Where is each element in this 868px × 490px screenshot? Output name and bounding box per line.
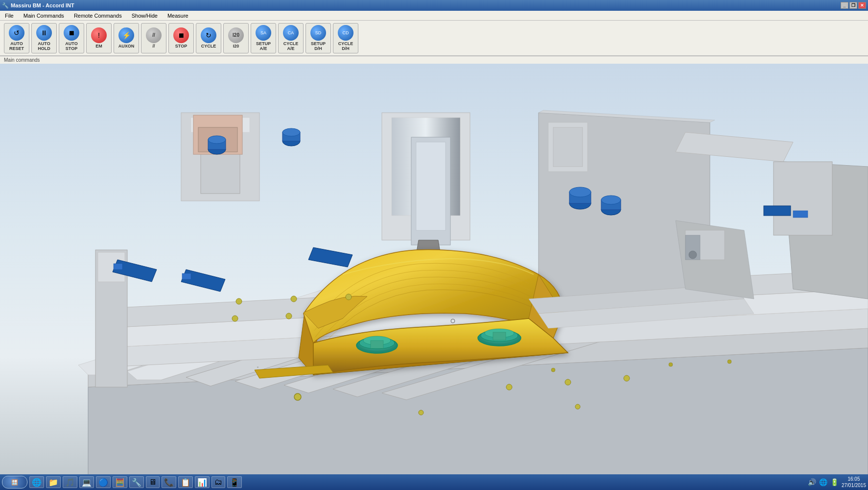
setup-ae-label: SETUPA/E (256, 42, 271, 51)
app4-icon: 📊 (197, 478, 207, 487)
btn-parallel[interactable]: // // (141, 23, 166, 53)
btn-cycle[interactable]: ↻ CYCLE (196, 23, 221, 53)
btn-cycle-ae[interactable]: CA CYCLEA/E (278, 23, 304, 53)
taskbar-app2[interactable]: 🖥 (146, 476, 160, 488)
taskbar-app1[interactable]: 🔧 (129, 476, 144, 488)
btn-setup-dh[interactable]: SD SETUPD/H (305, 23, 331, 53)
start-orb-icon: 🪟 (11, 479, 18, 486)
svg-rect-44 (553, 127, 583, 167)
btn-i20[interactable]: I20 I20 (223, 23, 249, 53)
taskbar-ie[interactable]: 🌐 (29, 476, 44, 488)
media-icon: 🎵 (65, 478, 75, 487)
svg-point-73 (419, 410, 423, 415)
auxon-icon: ⚡ (118, 27, 134, 43)
menu-remote-commands[interactable]: Remote Commands (71, 12, 125, 20)
svg-rect-89 (257, 367, 258, 368)
auto-reset-icon: ↺ (9, 25, 24, 41)
i20-icon: I20 (228, 27, 244, 43)
app5-icon: 🗂 (214, 478, 222, 487)
em-label: EM (95, 44, 102, 49)
cycle-ae-icon: CA (283, 25, 299, 41)
auto-stop-label: AUTOSTOP (65, 42, 77, 51)
3d-scene (0, 64, 868, 482)
svg-rect-36 (416, 142, 446, 230)
cycle-label: CYCLE (201, 44, 216, 49)
minimize-button[interactable]: _ (841, 2, 848, 9)
taskbar-app5[interactable]: 🗂 (211, 476, 225, 488)
taskbar-right: 🔊 🌐 🔋 16:05 27/01/2015 (808, 476, 866, 489)
svg-point-71 (565, 379, 571, 385)
menu-measure[interactable]: Measure (164, 12, 191, 20)
tray-icon-3[interactable]: 🔋 (830, 478, 839, 486)
start-button[interactable]: 🪟 (2, 476, 27, 489)
taskbar-calc[interactable]: 🧮 (113, 476, 127, 488)
setup-dh-icon: SD (310, 25, 326, 41)
tray-icon-2[interactable]: 🌐 (819, 478, 827, 486)
svg-point-69 (286, 313, 292, 319)
auto-hold-label: AUTOHOLD (38, 42, 50, 51)
svg-rect-54 (764, 206, 791, 216)
taskbar-media[interactable]: 🎵 (63, 476, 77, 488)
menu-show-hide[interactable]: Show/Hide (129, 12, 161, 20)
svg-point-74 (575, 404, 580, 409)
stop-icon: ⏹ (173, 27, 189, 43)
svg-point-47 (569, 187, 591, 197)
btn-auto-stop[interactable]: ⏹ AUTOSTOP (59, 23, 84, 53)
btn-auto-hold[interactable]: ⏸ AUTOHOLD (31, 23, 57, 53)
cycle-ae-label: CYCLEA/E (283, 42, 299, 51)
taskbar-app3[interactable]: 📋 (178, 476, 193, 488)
cycle-dh-label: CYCLED/H (338, 42, 353, 51)
app1-icon: 🔧 (132, 478, 141, 487)
svg-point-82 (294, 393, 301, 400)
svg-rect-90 (264, 368, 265, 369)
auto-hold-icon: ⏸ (36, 25, 52, 41)
taskbar-computer[interactable]: 💻 (79, 476, 94, 488)
btn-stop[interactable]: ⏹ STOP (168, 23, 194, 53)
svg-point-66 (291, 296, 297, 302)
btn-setup-ae[interactable]: SA SETUPA/E (251, 23, 276, 53)
titlebar: 🔧 Massiru BM - Accord INT _ ❐ ✕ (0, 0, 868, 11)
svg-rect-18 (114, 264, 122, 270)
restore-button[interactable]: ❐ (849, 2, 857, 9)
viewport[interactable]: Top (0, 64, 868, 482)
statusbar: Main commands (0, 56, 868, 64)
tray-icon-1[interactable]: 🔊 (808, 478, 816, 486)
auto-stop-icon: ⏹ (64, 25, 79, 41)
svg-rect-53 (774, 162, 832, 235)
btn-auxon[interactable]: ⚡ AUXON (114, 23, 139, 53)
em-icon: ! (91, 27, 107, 43)
titlebar-controls: _ ❐ ✕ (841, 2, 866, 9)
svg-point-50 (601, 196, 621, 204)
menu-file[interactable]: File (2, 12, 17, 20)
auto-reset-label: AUTORESET (9, 42, 24, 51)
menu-main-commands[interactable]: Main Commands (21, 12, 67, 20)
titlebar-left: 🔧 Massiru BM - Accord INT (2, 2, 74, 9)
svg-rect-83 (371, 341, 383, 348)
taskbar-folder[interactable]: 📁 (46, 476, 61, 488)
taskbar-app4[interactable]: 📊 (195, 476, 210, 488)
btn-auto-reset[interactable]: ↺ AUTORESET (4, 23, 29, 53)
clock-display[interactable]: 16:05 27/01/2015 (842, 476, 866, 489)
cycle-dh-icon: CD (338, 25, 353, 41)
btn-em[interactable]: ! EM (86, 23, 112, 53)
btn-cycle-dh[interactable]: CD CYCLED/H (333, 23, 358, 53)
stop-label: STOP (175, 44, 187, 49)
statusbar-text: Main commands (4, 57, 40, 63)
svg-point-67 (346, 294, 352, 300)
clock-time: 16:05 (842, 476, 866, 482)
taskbar-app6[interactable]: 📱 (227, 476, 242, 488)
taskbar-skype[interactable]: 📞 (162, 476, 176, 488)
svg-point-29 (208, 136, 226, 144)
close-button[interactable]: ✕ (858, 2, 866, 9)
app2-icon: 🖥 (149, 478, 157, 487)
app3-icon: 📋 (181, 478, 190, 487)
computer-icon: 💻 (82, 478, 92, 487)
taskbar-chrome[interactable]: 🔵 (96, 476, 111, 488)
svg-point-77 (727, 360, 731, 364)
setup-ae-icon: SA (256, 25, 271, 41)
svg-point-68 (232, 316, 238, 321)
ie-icon: 🌐 (32, 478, 42, 487)
parallel-label: // (152, 44, 155, 49)
titlebar-title: Massiru BM - Accord INT (11, 2, 74, 8)
svg-point-65 (236, 298, 242, 304)
